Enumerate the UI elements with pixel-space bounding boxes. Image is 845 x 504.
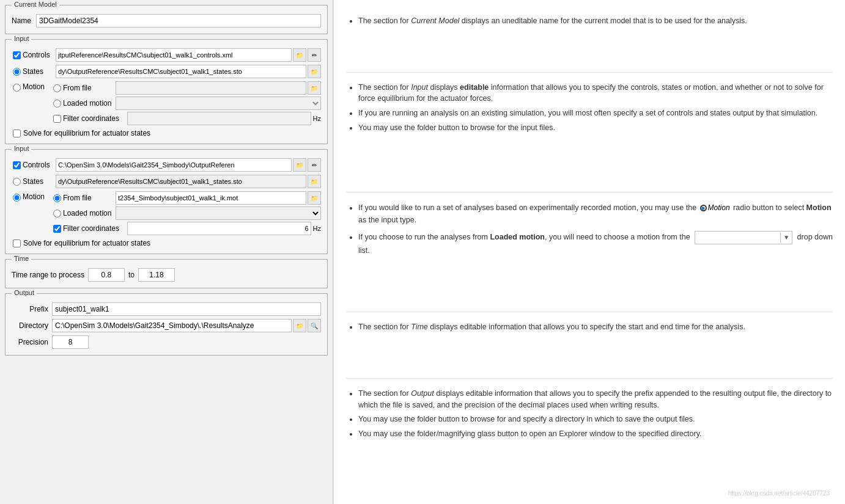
controls-input-1[interactable] — [56, 48, 292, 62]
controls-checkbox-2[interactable] — [13, 161, 21, 169]
motion-label-2: Motion — [23, 191, 52, 201]
controls-checkbox-1[interactable] — [13, 51, 21, 59]
states-browse-btn-1[interactable]: 📁 — [308, 65, 321, 78]
inline-motion-text: Motion — [708, 202, 730, 214]
states-radio-2[interactable] — [13, 178, 21, 186]
from-file-radio-1[interactable] — [53, 84, 61, 92]
hz-label-1: Hz — [313, 115, 321, 122]
states-browse-btn-2[interactable]: 📁 — [308, 175, 321, 188]
italic-input: Input — [411, 83, 428, 92]
bullet-current-model: The section for Current Model displays a… — [358, 15, 747, 27]
output-title: Output — [12, 289, 37, 296]
bullet-output-1: The section for Output displays editable… — [358, 388, 833, 411]
loaded-motion-select-2[interactable] — [116, 206, 321, 220]
bold-editable: editable — [460, 83, 489, 92]
inline-motion-radio: Motion — [700, 202, 730, 214]
italic-current-model: Current Model — [411, 16, 459, 25]
from-file-browse-btn-2[interactable]: 📁 — [308, 191, 321, 205]
time-end-input[interactable] — [138, 268, 175, 282]
from-file-input-1[interactable] — [116, 81, 306, 95]
states-label-1: States — [23, 67, 52, 76]
from-file-input-2[interactable] — [116, 191, 306, 205]
loaded-motion-select-1[interactable] — [116, 97, 321, 110]
loaded-motion-label-1: Loaded motion — [63, 99, 112, 108]
filter-checkbox-1[interactable] — [53, 115, 61, 123]
loaded-motion-radio-2[interactable] — [53, 210, 61, 217]
bold-loaded-motion: Loaded motion — [490, 233, 545, 241]
current-model-title: Current Model — [12, 1, 59, 8]
watermark: https://blog.csdn.net/article/44207723 — [728, 490, 830, 497]
controls-label-1: Controls — [23, 51, 52, 59]
bullet-input-1-1: The section for Input displays editable … — [358, 82, 833, 105]
to-label: to — [128, 271, 135, 279]
right-section-input-1: The section for Input displays editable … — [346, 73, 833, 192]
bullet-input-1-3: You may use the folder button to browse … — [358, 122, 833, 134]
from-file-radio-2[interactable] — [53, 194, 61, 202]
precision-label: Precision — [12, 338, 48, 346]
bullet-input-2-2: If you choose to run the analyses from L… — [358, 231, 833, 257]
right-section-current-model: The section for Current Model displays a… — [346, 6, 833, 73]
states-label-2: States — [23, 177, 52, 186]
solve-label-2: Solve for equilibrium for actuator state… — [23, 239, 150, 247]
loaded-motion-label-2: Loaded motion — [63, 209, 112, 217]
right-section-time: The section for Time displays editable i… — [346, 312, 833, 379]
input-2-title: Input — [12, 145, 31, 152]
filter-label-2: Filter coordinates — [63, 224, 127, 233]
italic-output: Output — [411, 389, 434, 398]
time-panel: Time Time range to process to — [5, 259, 328, 288]
motion-radio-2[interactable] — [13, 194, 21, 202]
time-range-label: Time range to process — [12, 271, 84, 279]
right-section-output: The section for Output displays editable… — [346, 379, 833, 498]
model-name-input — [36, 14, 321, 27]
precision-input[interactable] — [52, 335, 89, 349]
time-title: Time — [12, 255, 31, 262]
solve-checkbox-1[interactable] — [13, 130, 21, 137]
name-label: Name — [12, 16, 31, 25]
right-section-input-2: If you would like to run a set of analys… — [346, 192, 833, 312]
dropdown-display: ▼ — [695, 231, 792, 244]
motion-radio-1[interactable] — [13, 84, 21, 92]
states-input-2[interactable] — [56, 175, 306, 188]
motion-label-1: Motion — [23, 81, 52, 91]
bullet-output-2: You may use the folder button to browse … — [358, 414, 833, 425]
controls-browse-btn-2[interactable]: 📁 — [293, 158, 306, 172]
loaded-motion-radio-1[interactable] — [53, 100, 61, 108]
filter-input-2[interactable] — [127, 222, 311, 235]
states-radio-1[interactable] — [13, 68, 21, 76]
filter-label-1: Filter coordinates — [63, 114, 127, 123]
bullet-output-3: You may use the folder/magnifying glass … — [358, 428, 833, 440]
directory-explore-btn[interactable]: 🔍 — [308, 319, 321, 332]
controls-browse-btn-1[interactable]: 📁 — [293, 48, 306, 62]
filter-input-1[interactable] — [127, 112, 311, 125]
directory-browse-btn[interactable]: 📁 — [293, 319, 306, 332]
current-model-panel: Current Model Name — [5, 5, 328, 34]
controls-edit-btn-1[interactable]: ✏ — [308, 48, 321, 62]
output-panel: Output Prefix Directory 📁 🔍 Precision — [5, 293, 328, 356]
input-panel-1: Input Controls 📁 ✏ States 📁 — [5, 39, 328, 144]
bullet-time: The section for Time displays editable i… — [358, 321, 745, 333]
solve-label-1: Solve for equilibrium for actuator state… — [23, 129, 150, 137]
input-1-title: Input — [12, 35, 31, 42]
from-file-label-1: From file — [63, 84, 112, 92]
bullet-input-2-1: If you would like to run a set of analys… — [358, 202, 833, 226]
solve-checkbox-2[interactable] — [13, 239, 21, 247]
controls-input-2[interactable] — [56, 158, 292, 172]
italic-time: Time — [411, 323, 428, 331]
from-file-browse-btn-1[interactable]: 📁 — [308, 81, 321, 95]
directory-input[interactable] — [52, 319, 292, 332]
controls-label-2: Controls — [23, 161, 52, 169]
input-panel-2: Input Controls 📁 ✏ States 📁 — [5, 149, 328, 254]
from-file-label-2: From file — [63, 194, 112, 202]
directory-label: Directory — [12, 321, 48, 330]
time-start-input[interactable] — [88, 268, 125, 282]
bold-motion: Motion — [806, 203, 832, 212]
controls-edit-btn-2[interactable]: ✏ — [308, 158, 321, 172]
hz-label-2: Hz — [313, 225, 321, 232]
filter-checkbox-2[interactable] — [53, 225, 61, 233]
prefix-label: Prefix — [12, 305, 48, 313]
states-input-1[interactable] — [56, 65, 306, 78]
bullet-input-1-2: If you are running an analysis on an exi… — [358, 108, 833, 119]
prefix-input[interactable] — [52, 302, 321, 316]
